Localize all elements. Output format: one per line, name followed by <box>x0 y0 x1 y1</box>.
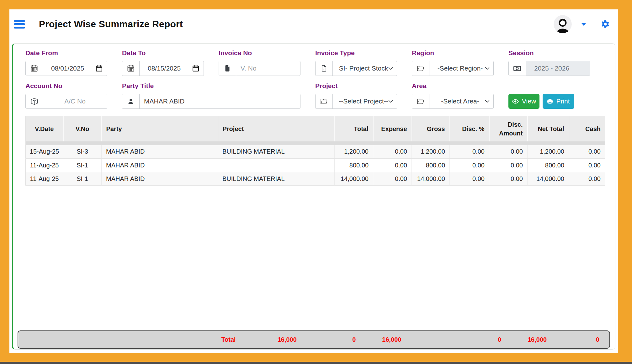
invoice-no-field <box>219 61 300 76</box>
print-button-label: Print <box>556 98 570 105</box>
totals-label: Total <box>18 336 236 343</box>
project-select[interactable]: --Select Project-- <box>333 94 397 108</box>
chevron-down-icon[interactable] <box>581 23 586 26</box>
hamburger-menu-icon[interactable] <box>14 20 25 29</box>
calendar-icon <box>26 61 43 76</box>
project-label: Project <box>315 82 397 90</box>
table-cell: 11-Aug-25 <box>26 172 63 186</box>
area-label: Area <box>412 82 494 90</box>
account-no-input[interactable] <box>43 94 107 108</box>
table-cell: 0.00 <box>450 172 489 186</box>
table-cell: 1,200.00 <box>335 145 373 159</box>
table-cell: 1,200.00 <box>528 145 569 159</box>
project-field: --Select Project-- <box>315 94 397 109</box>
date-to-field[interactable]: 08/15/2025 <box>122 61 204 76</box>
filter-account-no: Account No <box>25 82 107 109</box>
invoice-no-input[interactable] <box>236 61 300 76</box>
account-no-field <box>25 94 107 109</box>
print-button[interactable]: Print <box>543 94 574 109</box>
table-cell: 0.00 <box>450 145 489 159</box>
totals-total: 16,000 <box>236 336 297 343</box>
date-picker-icon[interactable] <box>96 61 103 76</box>
region-select[interactable]: -Select Region- <box>429 61 493 76</box>
filter-project: Project --Select Project-- <box>315 82 397 109</box>
table-cell: 800.00 <box>528 159 569 172</box>
view-button-label: View <box>522 98 536 105</box>
table-cell: MAHAR ABID <box>102 172 218 186</box>
table-cell: 15-Aug-25 <box>26 145 63 159</box>
column-header: Expense <box>373 116 412 141</box>
totals-gross: 16,000 <box>356 336 401 343</box>
table-cell: 0.00 <box>569 159 605 172</box>
box-icon <box>26 94 43 108</box>
eye-icon <box>512 99 519 104</box>
table-cell: SI-1 <box>63 159 102 172</box>
invoice-type-label: Invoice Type <box>315 49 397 57</box>
filter-party-title: Party Title <box>122 82 300 109</box>
session-label: Session <box>508 49 590 57</box>
table-cell: 14,000.00 <box>412 172 450 186</box>
table-cell: 800.00 <box>412 159 450 172</box>
region-selected: -Select Region- <box>438 65 483 72</box>
chevron-down-icon <box>388 67 393 70</box>
column-header: Gross <box>412 116 450 141</box>
date-from-value[interactable]: 08/01/2025 <box>43 61 96 76</box>
top-bar: Project Wise Summarize Report <box>9 9 618 39</box>
table-cell <box>218 159 335 172</box>
account-no-label: Account No <box>25 82 107 90</box>
column-header: Party <box>102 116 218 141</box>
table-cell: MAHAR ABID <box>102 159 218 172</box>
table-cell: 0.00 <box>373 172 412 186</box>
gear-icon[interactable] <box>601 19 610 29</box>
column-header: Cash <box>569 116 605 141</box>
table-cell: 0.00 <box>489 159 528 172</box>
chevron-down-icon <box>388 100 393 103</box>
column-header: V.No <box>63 116 102 141</box>
report-table: V.DateV.NoPartyProjectTotalExpenseGrossD… <box>25 116 605 186</box>
date-picker-icon[interactable] <box>192 61 199 76</box>
table-cell: 0.00 <box>489 172 528 186</box>
chevron-down-icon <box>485 67 490 70</box>
table-cell: 14,000.00 <box>528 172 569 186</box>
session-value: 2025 - 2026 <box>526 61 590 76</box>
date-to-value[interactable]: 08/15/2025 <box>140 61 192 76</box>
party-title-field <box>122 94 300 109</box>
printer-icon <box>547 98 553 104</box>
table-cell: 800.00 <box>335 159 373 172</box>
page-title: Project Wise Summarize Report <box>39 19 183 29</box>
action-buttons: View Print <box>508 94 574 109</box>
area-field: -Select Area- <box>412 94 494 109</box>
chevron-down-icon <box>485 100 490 103</box>
column-header: Net Total <box>528 116 569 141</box>
table-cell: 0.00 <box>373 145 412 159</box>
table-cell: 1,200.00 <box>412 145 450 159</box>
table-cell: 0.00 <box>450 159 489 172</box>
table-cell: BUILDING MATERIAL <box>218 172 335 186</box>
window-bottom-edge <box>0 362 632 364</box>
topbar-divider <box>32 14 32 34</box>
table-cell: 0.00 <box>489 145 528 159</box>
table-row: 11-Aug-25SI-1MAHAR ABIDBUILDING MATERIAL… <box>26 172 605 186</box>
column-header: Disc. % <box>450 116 489 141</box>
invoice-type-select[interactable]: SI- Project Stock <box>333 61 397 76</box>
table-cell: 0.00 <box>569 145 605 159</box>
view-button[interactable]: View <box>508 94 539 109</box>
table-cell: 0.00 <box>373 159 412 172</box>
date-from-field[interactable]: 08/01/2025 <box>25 61 107 76</box>
report-panel: Date From 08/01/2025 Date To <box>12 43 615 350</box>
date-to-label: Date To <box>122 49 204 57</box>
filter-date-to: Date To 08/15/2025 <box>122 49 204 76</box>
table-cell: MAHAR ABID <box>102 145 218 159</box>
table-header-row: V.DateV.NoPartyProjectTotalExpenseGrossD… <box>26 116 605 141</box>
user-avatar[interactable] <box>554 15 572 33</box>
calendar-icon <box>122 61 140 76</box>
party-title-input[interactable] <box>140 94 300 108</box>
filter-invoice-no: Invoice No <box>219 49 300 76</box>
area-selected: -Select Area- <box>441 98 479 105</box>
totals-net-total: 16,000 <box>501 336 547 343</box>
filter-session: Session 2025 - 2026 <box>508 49 590 76</box>
invoice-type-field: SI- Project Stock <box>315 61 397 76</box>
area-select[interactable]: -Select Area- <box>429 94 493 108</box>
table-row: 11-Aug-25SI-1MAHAR ABID800.000.00800.000… <box>26 159 605 172</box>
file-text-icon <box>316 61 333 76</box>
